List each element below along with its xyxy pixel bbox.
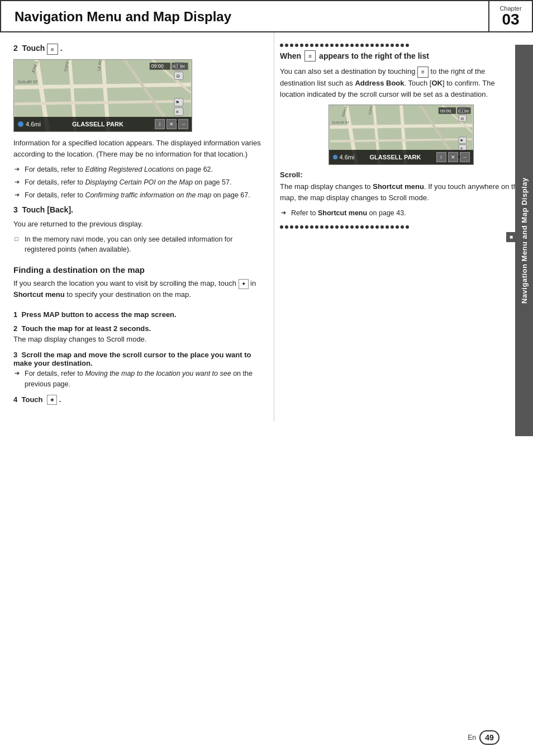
- dot: [300, 225, 303, 229]
- dot: [391, 225, 394, 229]
- step3-section: 3 Touch [Back]. You are returned to the …: [13, 205, 263, 256]
- page-number: 49: [479, 730, 499, 745]
- dot: [370, 225, 374, 229]
- dot: [380, 225, 384, 229]
- map-bottom-bar-1: 4.6mi GLASSELL PARK i ✕ →: [14, 117, 192, 131]
- scroll-body: The map display changes to Shortcut menu…: [280, 181, 522, 204]
- dot: [315, 44, 318, 47]
- dots-top: [280, 44, 522, 47]
- svg-text:09:00: 09:00: [151, 63, 164, 69]
- step2-bullets: For details, refer to Editing Registered…: [13, 164, 263, 200]
- svg-text:09:00: 09:00: [440, 108, 451, 114]
- step3-number: 3: [13, 205, 18, 214]
- dot: [345, 225, 349, 229]
- dot: [325, 44, 329, 47]
- dot: [280, 225, 283, 229]
- step2-number: 2: [13, 44, 18, 53]
- map-image-2: JONES RD TOPS BLVD GUILAR ST ⊕ ⊖ 09:00 0…: [329, 105, 474, 165]
- step3-body: You are returned to the previous display…: [13, 219, 263, 230]
- title-area: Navigation Menu and Map Display: [0, 0, 488, 31]
- left-column: 2 Touch ≡ . JO: [0, 32, 274, 422]
- dot: [290, 44, 293, 47]
- when-suffix: appears to the right of the list: [319, 51, 429, 60]
- right-column: When ≡ appears to the right of the list …: [274, 32, 533, 422]
- svg-text:✕: ✕: [175, 110, 179, 115]
- press-step-4: 4 Touch ✦ .: [13, 395, 263, 405]
- map-icon-nav[interactable]: →: [178, 119, 188, 129]
- map2-icon-info[interactable]: i: [436, 152, 446, 162]
- finding-body: If you search the location you want to v…: [13, 278, 263, 300]
- map-distance-1: 4.6mi: [17, 121, 41, 127]
- map-icons-right-1: i ✕ →: [155, 119, 188, 129]
- dot: [315, 225, 318, 229]
- dot: [310, 225, 313, 229]
- dot: [401, 225, 404, 229]
- chapter-number: 03: [502, 12, 519, 27]
- scroll-label: Scroll:: [280, 171, 522, 179]
- dot: [305, 44, 308, 47]
- map2-icon-x[interactable]: ✕: [448, 152, 458, 162]
- dot: [330, 225, 334, 229]
- dot: [386, 44, 389, 47]
- page-footer: En 49: [468, 730, 499, 745]
- stop-icon-container: ■: [280, 232, 522, 242]
- map2-icon-nav[interactable]: →: [460, 152, 470, 162]
- dot: [350, 225, 354, 229]
- step3-header: 3 Touch [Back].: [13, 205, 263, 214]
- refer-item-1: Refer to Shortcut menu on page 43.: [280, 208, 522, 219]
- svg-point-50: [333, 155, 337, 159]
- dots-line-bottom: [280, 225, 409, 229]
- press4-label: 4 Touch ✦ .: [13, 395, 263, 405]
- dot: [340, 44, 344, 47]
- svg-text:⚑: ⚑: [460, 139, 463, 143]
- svg-text:0.1 mi: 0.1 mi: [173, 64, 185, 69]
- dot: [360, 225, 364, 229]
- when-body: You can also set a destination by touchi…: [280, 66, 522, 100]
- dot: [335, 44, 339, 47]
- dot: [285, 225, 288, 229]
- step3-label: Touch [Back].: [22, 205, 73, 214]
- dot: [406, 225, 409, 229]
- bullet-2: For details, refer to Displaying Certain…: [13, 177, 263, 188]
- dot: [345, 44, 349, 47]
- when-icon: ≡: [304, 50, 316, 62]
- main-content: 2 Touch ≡ . JO: [0, 32, 533, 422]
- dot: [370, 44, 374, 47]
- dot: [300, 44, 303, 47]
- dot: [375, 44, 379, 47]
- map-location-name-2: GLASSELL PARK: [358, 154, 432, 160]
- map-icon-info[interactable]: i: [155, 119, 165, 129]
- svg-text:GUILAR ST: GUILAR ST: [332, 121, 349, 124]
- dot: [396, 44, 399, 47]
- map-icon-x[interactable]: ✕: [166, 119, 177, 129]
- dot: [386, 225, 389, 229]
- press2-body: The map display changes to Scroll mode.: [13, 334, 263, 345]
- dot: [305, 225, 308, 229]
- dots-bottom: [280, 225, 522, 229]
- chapter-box: Chapter 03: [488, 0, 533, 31]
- svg-text:0.1 mi: 0.1 mi: [458, 109, 469, 113]
- step2-period: .: [60, 44, 63, 53]
- press2-label: 2 Touch the map for at least 2 seconds.: [13, 324, 263, 333]
- step2-body: Information for a specified location app…: [13, 138, 263, 160]
- svg-text:⚑: ⚑: [175, 100, 179, 105]
- en-label: En: [468, 734, 476, 741]
- dot: [360, 44, 364, 47]
- svg-text:GUILAR ST: GUILAR ST: [17, 80, 38, 84]
- press4-icon: ✦: [47, 395, 57, 405]
- dot: [340, 225, 344, 229]
- svg-line-30: [330, 125, 472, 127]
- step2-icon: ≡: [47, 44, 58, 55]
- step3-notes: In the memory navi mode, you can only se…: [13, 234, 263, 256]
- when-title: When: [280, 51, 301, 60]
- step3-note: In the memory navi mode, you can only se…: [13, 234, 263, 256]
- shortcut-icon: ✦: [239, 279, 249, 289]
- dot: [325, 225, 329, 229]
- map-image-1: JONES RD TOPS BLVD LE ROCK BLVD GUILAR S…: [13, 59, 192, 132]
- dot: [295, 44, 298, 47]
- dot: [380, 44, 384, 47]
- press-step-1: 1 Press MAP button to access the map scr…: [13, 310, 263, 319]
- dot: [355, 44, 359, 47]
- svg-line-4: [15, 84, 191, 87]
- when-heading: When ≡ appears to the right of the list: [280, 50, 522, 62]
